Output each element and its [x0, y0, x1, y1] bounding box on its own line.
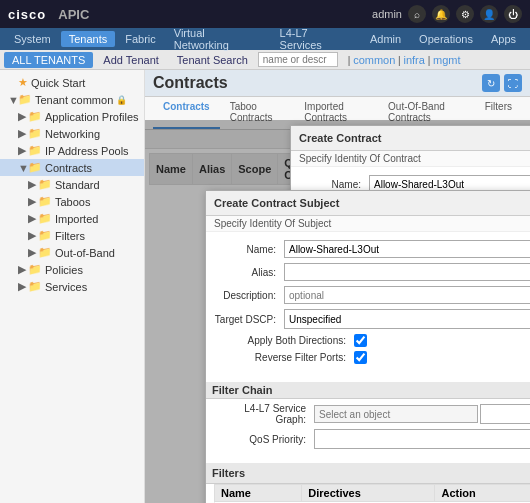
expand-icon-oob: ▶ [28, 246, 38, 259]
apic-label: APIC [58, 7, 89, 22]
reverse-ports-label: Reverse Filter Ports: [214, 352, 354, 363]
header-icons: ↻ ⛶ [482, 74, 522, 92]
subject-dscp-select[interactable]: Unspecified [284, 309, 530, 329]
sidebar-item-policies[interactable]: ▶ 📁 Policies [0, 261, 144, 278]
l4l7-select[interactable] [480, 404, 530, 424]
sidebar-item-app-profiles[interactable]: ▶ 📁 Application Profiles [0, 108, 144, 125]
path-infra[interactable]: infra [404, 54, 425, 66]
nav-bar: System Tenants Fabric Virtual Networking… [0, 28, 530, 50]
sidebar-label-filters: Filters [55, 230, 85, 242]
sidebar-label-ip-pools: IP Address Pools [45, 145, 129, 157]
search-icon[interactable]: ⌕ [408, 5, 426, 23]
sidebar-label-networking: Networking [45, 128, 100, 140]
nav-tenants[interactable]: Tenants [61, 31, 116, 47]
tab-all-tenants[interactable]: ALL TENANTS [4, 52, 93, 68]
sidebar-item-services[interactable]: ▶ 📁 Services [0, 278, 144, 295]
filter-chain-title: Filter Chain [212, 384, 273, 396]
logout-icon[interactable]: ⏻ [504, 5, 522, 23]
expand-icon-contracts: ▼ [18, 162, 28, 174]
folder-icon-oob: 📁 [38, 246, 52, 259]
apply-both-label: Apply Both Directions: [214, 335, 354, 346]
filter-chain-content: L4-L7 Service Graph: QoS Priority: [206, 399, 530, 457]
qos-row: QoS Priority: [214, 429, 530, 449]
sidebar-item-tenant-common[interactable]: ▼ 📁 Tenant common 🔒 [0, 91, 144, 108]
sidebar-label-taboos: Taboos [55, 196, 90, 208]
filters-section-header: Filters + [206, 463, 530, 484]
folder-icon-ap: 📁 [28, 110, 42, 123]
subject-dscp-label: Target DSCP: [214, 314, 284, 325]
subject-name-label: Name: [214, 244, 284, 255]
sidebar-label-services: Services [45, 281, 87, 293]
name-label: Name: [299, 179, 369, 190]
nav-l4l7[interactable]: L4-L7 Services [272, 25, 360, 53]
l4l7-row: L4-L7 Service Graph: [214, 403, 530, 425]
sidebar-item-contracts[interactable]: ▼ 📁 Contracts [0, 159, 144, 176]
create-subject-title: Create Contract Subject [214, 197, 339, 209]
reverse-ports-checkbox[interactable] [354, 351, 367, 364]
content-title: Contracts [153, 74, 228, 92]
sidebar-item-standard[interactable]: ▶ 📁 Standard [0, 176, 144, 193]
folder-icon-std: 📁 [38, 178, 52, 191]
tab-tenant-search[interactable]: Tenant Search [169, 52, 256, 68]
path-common[interactable]: common [353, 54, 395, 66]
filters-table: Name Directives Action Priority [214, 484, 530, 503]
subject-name-input[interactable] [284, 240, 530, 258]
apply-both-row: Apply Both Directions: [214, 334, 530, 347]
sidebar-item-filters[interactable]: ▶ 📁 Filters [0, 227, 144, 244]
search-input[interactable] [258, 52, 338, 67]
cisco-logo: cisco [8, 7, 46, 22]
nav-operations[interactable]: Operations [411, 31, 481, 47]
filter-col-name: Name [215, 485, 302, 502]
expand-icon-pol: ▶ [18, 263, 28, 276]
nav-apps[interactable]: Apps [483, 31, 524, 47]
settings-icon[interactable]: ⚙ [456, 5, 474, 23]
subject-desc-input[interactable] [284, 286, 530, 304]
subject-dscp-row: Target DSCP: Unspecified [214, 309, 530, 329]
filters-section-content: Name Directives Action Priority [206, 484, 530, 503]
sidebar-item-networking[interactable]: ▶ 📁 Networking [0, 125, 144, 142]
sidebar-label-imported: Imported [55, 213, 98, 225]
folder-icon-contracts: 📁 [28, 161, 42, 174]
expand-icon-std: ▶ [28, 178, 38, 191]
l4l7-label: L4-L7 Service Graph: [214, 403, 314, 425]
subject-alias-row: Alias: [214, 263, 530, 281]
sidebar-item-quickstart[interactable]: ★ Quick Start [0, 74, 144, 91]
folder-icon-pol: 📁 [28, 263, 42, 276]
user-icon[interactable]: 👤 [480, 5, 498, 23]
nav-virtual-networking[interactable]: Virtual Networking [166, 25, 270, 53]
sidebar-label-tenant-common: Tenant common [35, 94, 113, 106]
nav-admin[interactable]: Admin [362, 31, 409, 47]
content-area: Contracts ↻ ⛶ Contracts Taboo Contracts … [145, 70, 530, 503]
nav-system[interactable]: System [6, 31, 59, 47]
folder-icon-net: 📁 [28, 127, 42, 140]
expand-icon-ip: ▶ [18, 144, 28, 157]
sidebar-item-out-of-band[interactable]: ▶ 📁 Out-of-Band [0, 244, 144, 261]
sidebar-label-app-profiles: Application Profiles [45, 111, 139, 123]
top-bar: cisco APIC admin ⌕ 🔔 ⚙ 👤 ⏻ [0, 0, 530, 28]
expand-icon-net: ▶ [18, 127, 28, 140]
path-mgmt[interactable]: mgmt [433, 54, 461, 66]
sidebar-item-imported[interactable]: ▶ 📁 Imported [0, 210, 144, 227]
refresh-icon[interactable]: ↻ [482, 74, 500, 92]
qos-label: QoS Priority: [214, 434, 314, 445]
folder-icon-svc: 📁 [28, 280, 42, 293]
expand-icon-flt: ▶ [28, 229, 38, 242]
create-contract-title: Create Contract [299, 132, 382, 144]
filter-col-action: Action [435, 485, 530, 502]
subject-alias-input[interactable] [284, 263, 530, 281]
qos-select[interactable] [314, 429, 530, 449]
bell-icon[interactable]: 🔔 [432, 5, 450, 23]
apply-both-checkbox[interactable] [354, 334, 367, 347]
admin-label: admin [372, 8, 402, 20]
sidebar-label-standard: Standard [55, 179, 100, 191]
subject-desc-label: Description: [214, 290, 284, 301]
create-contract-subject-dialog: Create Contract Subject ? ✕ Specify Iden… [205, 190, 530, 503]
expand-icon-imp: ▶ [28, 212, 38, 225]
maximize-icon[interactable]: ⛶ [504, 74, 522, 92]
tab-add-tenant[interactable]: Add Tenant [95, 52, 166, 68]
nav-fabric[interactable]: Fabric [117, 31, 164, 47]
folder-icon-imp: 📁 [38, 212, 52, 225]
sidebar-item-taboos[interactable]: ▶ 📁 Taboos [0, 193, 144, 210]
sidebar-item-ip-pools[interactable]: ▶ 📁 IP Address Pools [0, 142, 144, 159]
l4l7-input[interactable] [314, 405, 478, 423]
